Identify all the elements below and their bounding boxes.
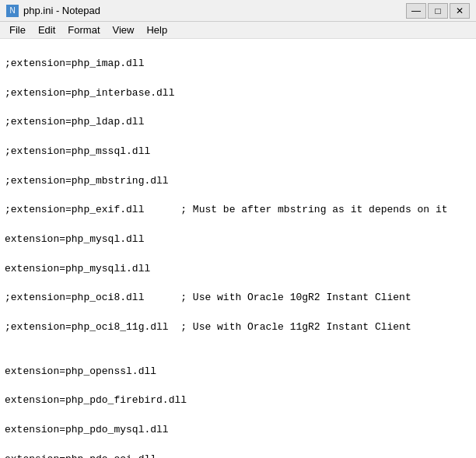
editor-line: ;extension=php_mbstring.dll — [5, 174, 471, 189]
editor-line: extension=php_pdo_firebird.dll — [5, 393, 471, 408]
editor[interactable]: ;extension=php_imap.dll ;extension=php_i… — [0, 39, 476, 458]
title-bar: N php.ini - Notepad — □ ✕ — [0, 0, 476, 22]
editor-line: ;extension=php_oci8.dll ; Use with Oracl… — [5, 291, 471, 306]
menu-item-file[interactable]: File — [3, 23, 32, 37]
app-icon: N — [6, 5, 19, 17]
editor-line: ;extension=php_interbase.dll — [5, 86, 471, 101]
minimize-button[interactable]: — — [406, 3, 426, 19]
maximize-button[interactable]: □ — [428, 3, 448, 19]
editor-line: ;extension=php_exif.dll ; Must be after … — [5, 203, 471, 218]
menu-bar: FileEditFormatViewHelp — [0, 22, 476, 39]
window-controls: — □ ✕ — [406, 3, 470, 19]
editor-line: ;extension=php_imap.dll — [5, 57, 471, 72]
menu-item-edit[interactable]: Edit — [32, 23, 61, 37]
title-bar-text: php.ini - Notepad — [23, 5, 406, 16]
editor-line: ;extension=php_oci8_11g.dll ; Use with O… — [5, 320, 471, 335]
menu-item-format[interactable]: Format — [61, 23, 106, 37]
close-button[interactable]: ✕ — [450, 3, 470, 19]
editor-line: ;extension=php_mssql.dll — [5, 145, 471, 159]
editor-line: extension=php_pdo_oci.dll — [5, 453, 471, 458]
editor-line: extension=php_openssl.dll — [5, 365, 471, 379]
editor-line: extension=php_mysqli.dll — [5, 262, 471, 277]
editor-line: extension=php_mysql.dll — [5, 232, 471, 247]
editor-line: ;extension=php_ldap.dll — [5, 115, 471, 130]
menu-item-view[interactable]: View — [107, 23, 141, 37]
menu-item-help[interactable]: Help — [140, 23, 173, 37]
editor-line: extension=php_pdo_mysql.dll — [5, 423, 471, 438]
